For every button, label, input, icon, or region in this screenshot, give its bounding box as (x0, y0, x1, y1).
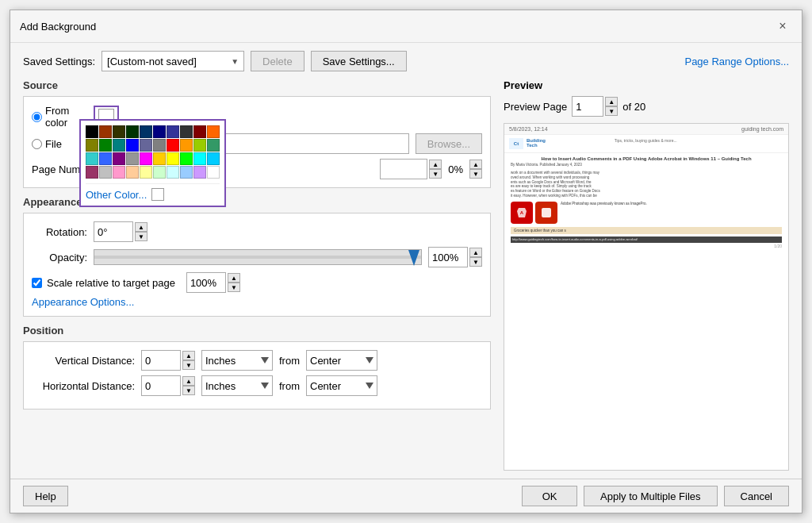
source-section: Source From color (23, 79, 491, 188)
color-cell[interactable] (86, 125, 98, 138)
color-cell[interactable] (207, 139, 220, 152)
preview-page-input[interactable] (572, 96, 603, 117)
color-cell[interactable] (140, 125, 152, 138)
color-cell[interactable] (153, 139, 166, 152)
opacity-up[interactable]: ▲ (469, 248, 482, 257)
page-pct-up[interactable]: ▲ (469, 160, 482, 169)
opacity-slider[interactable] (94, 249, 422, 265)
color-cell[interactable] (207, 152, 220, 165)
horizontal-up[interactable]: ▲ (182, 376, 195, 386)
other-color-button[interactable]: Other Color... (86, 189, 147, 201)
color-cell[interactable] (140, 139, 152, 152)
browse-button[interactable]: Browse... (416, 133, 482, 154)
position-section-title: Position (23, 325, 491, 336)
delete-button[interactable]: Delete (251, 51, 304, 71)
preview-page-up[interactable]: ▲ (605, 97, 618, 106)
color-cell[interactable] (180, 139, 193, 152)
scale-checkbox[interactable] (32, 278, 42, 288)
page-number-spinner: ▲ ▼ (380, 159, 442, 179)
page-pct-down[interactable]: ▼ (469, 169, 482, 179)
horizontal-from-select[interactable]: Center Left Right (306, 375, 377, 396)
color-cell[interactable] (180, 166, 193, 179)
left-panel: Source From color (23, 79, 491, 471)
color-cell[interactable] (126, 152, 139, 165)
color-cell[interactable] (140, 152, 152, 165)
horizontal-down[interactable]: ▼ (182, 386, 195, 395)
color-cell[interactable] (99, 125, 112, 138)
color-cell[interactable] (167, 139, 179, 152)
rotation-spinner: ▲ ▼ (94, 221, 147, 242)
saved-settings-combo[interactable]: [Custom-not saved] ▼ (102, 51, 244, 71)
color-cell[interactable] (180, 152, 193, 165)
color-cell[interactable] (207, 125, 220, 138)
save-settings-button[interactable]: Save Settings... (311, 51, 407, 71)
rotation-input[interactable] (94, 221, 133, 242)
from-color-radio[interactable] (32, 112, 42, 122)
color-cell[interactable] (153, 152, 166, 165)
color-cell[interactable] (86, 139, 98, 152)
color-cell[interactable] (167, 166, 179, 179)
color-cell[interactable] (140, 166, 152, 179)
apply-multiple-button[interactable]: Apply to Multiple Files (584, 486, 717, 506)
help-button[interactable]: Help (23, 486, 68, 506)
color-cell[interactable] (193, 125, 206, 138)
file-radio[interactable] (32, 139, 42, 149)
vertical-from-select[interactable]: Center Top Bottom (306, 350, 377, 371)
color-cell[interactable] (99, 139, 112, 152)
scale-down[interactable]: ▼ (228, 283, 240, 292)
saved-settings-label: Saved Settings: (23, 56, 95, 67)
rotation-down[interactable]: ▼ (135, 232, 147, 241)
scale-up[interactable]: ▲ (228, 273, 240, 283)
color-cell[interactable] (207, 166, 220, 179)
color-cell[interactable] (113, 152, 125, 165)
preview-image: 5/8/2023, 12:14 guiding tech.com Ct Buil… (504, 124, 788, 470)
color-cell[interactable] (167, 125, 179, 138)
page-number-up[interactable]: ▲ (429, 160, 442, 169)
appearance-options-link[interactable]: Appearance Options... (32, 296, 134, 308)
color-cell[interactable] (167, 152, 179, 165)
color-cell[interactable] (126, 139, 139, 152)
thumb-footer-bar: http://www.guidingtech.com/how-to-insert… (511, 237, 782, 243)
color-cell[interactable] (86, 166, 98, 179)
color-cell[interactable] (193, 166, 206, 179)
horizontal-input[interactable] (141, 375, 181, 396)
close-button[interactable]: × (773, 17, 792, 36)
page-range-options-link[interactable]: Page Range Options... (684, 56, 789, 67)
vertical-input[interactable] (141, 350, 181, 371)
thumb-tagline: BuildingTech (527, 138, 611, 149)
color-cell[interactable] (193, 139, 206, 152)
appearance-options-row: Appearance Options... (32, 296, 482, 308)
preview-page-down[interactable]: ▼ (605, 106, 618, 116)
color-cell[interactable] (99, 166, 112, 179)
vertical-down[interactable]: ▼ (182, 360, 195, 370)
opacity-down[interactable]: ▼ (469, 257, 482, 267)
color-cell[interactable] (113, 139, 125, 152)
horizontal-unit-select[interactable]: Inches Centimeters Millimeters Points (201, 375, 273, 396)
opacity-input[interactable] (428, 247, 468, 267)
color-cell[interactable] (180, 125, 193, 138)
vertical-unit-select[interactable]: Inches Centimeters Millimeters Points (201, 350, 273, 371)
vertical-up[interactable]: ▲ (182, 351, 195, 360)
rotation-up[interactable]: ▲ (135, 222, 147, 232)
page-number-input[interactable] (380, 159, 427, 179)
color-cell[interactable] (153, 125, 166, 138)
opacity-value-group: ▲ ▼ (428, 247, 482, 267)
horizontal-label: Horizontal Distance: (32, 380, 135, 392)
ok-button[interactable]: OK (522, 486, 577, 506)
color-cell[interactable] (126, 125, 139, 138)
vertical-distance-row: Vertical Distance: ▲ ▼ Inches Centim (32, 350, 482, 371)
color-cell[interactable] (193, 152, 206, 165)
scale-input[interactable] (186, 272, 226, 293)
color-cell[interactable] (126, 166, 139, 179)
page-number-down[interactable]: ▼ (429, 169, 442, 179)
preview-page-row: Preview Page ▲ ▼ of 20 (504, 96, 789, 117)
color-cell[interactable] (153, 166, 166, 179)
color-cell[interactable] (113, 166, 125, 179)
color-cell[interactable] (86, 152, 98, 165)
thumb-body: How to Insert Audio Comments in a PDF Us… (504, 153, 788, 470)
color-cell[interactable] (113, 125, 125, 138)
thumb-header: 5/8/2023, 12:14 guiding tech.com (504, 124, 788, 135)
cancel-button[interactable]: Cancel (724, 486, 789, 506)
preview-page-label: Preview Page (504, 101, 567, 113)
color-cell[interactable] (99, 152, 112, 165)
